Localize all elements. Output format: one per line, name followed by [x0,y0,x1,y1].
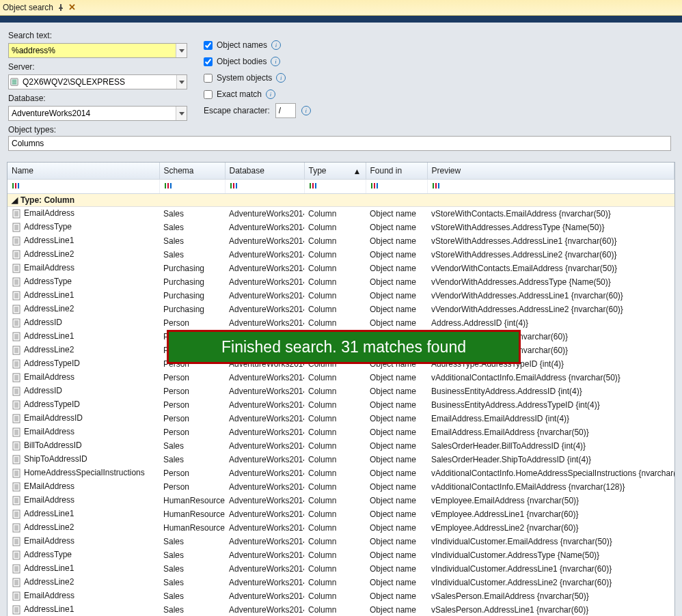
search-text-input[interactable] [8,43,187,58]
table-row[interactable]: AddressLine2HumanResourcesAdventureWorks… [8,521,674,535]
table-row[interactable]: AddressLine1SalesAdventureWorks2014Colum… [8,562,674,576]
svg-rect-122 [13,483,20,491]
table-row[interactable]: AddressTypeIDPersonAdventureWorks2014Col… [8,398,674,412]
table-row[interactable]: HomeAddressSpecialInstructionsPersonAdve… [8,466,674,480]
filter-icon[interactable] [309,182,317,190]
table-row[interactable]: EmailAddressHumanResourcesAdventureWorks… [8,494,674,507]
table-row[interactable]: AddressLine1SalesAdventureWorks2014Colum… [8,234,674,248]
svg-rect-27 [13,223,20,232]
group-row[interactable]: ◢Type: Column [8,194,674,207]
dropdown-icon[interactable] [176,75,187,89]
table-row[interactable]: AddressIDPersonAdventureWorks2014ColumnO… [8,316,674,330]
svg-rect-62 [13,319,20,327]
table-row[interactable]: EmailAddressPersonAdventureWorks2014Colu… [8,371,674,384]
system-objects-label: System objects [217,73,272,83]
svg-rect-47 [13,278,20,286]
info-icon[interactable]: i [276,73,286,83]
col-type[interactable]: Type▲ [304,163,366,180]
col-name[interactable]: Name [8,163,159,180]
table-row[interactable]: AddressTypePurchasingAdventureWorks2014C… [8,275,674,289]
svg-rect-15 [315,183,316,188]
table-row[interactable]: AddressLine1HumanResourcesAdventureWorks… [8,507,674,521]
svg-rect-142 [13,537,20,546]
table-row[interactable]: EmailAddressSalesAdventureWorks2014Colum… [8,589,674,603]
svg-rect-20 [435,183,437,188]
svg-rect-32 [13,237,20,245]
dropdown-icon[interactable] [176,107,187,120]
info-icon[interactable]: i [266,89,275,99]
column-icon [12,481,24,491]
object-types-input[interactable] [8,136,671,151]
table-row[interactable]: AddressLine2SalesAdventureWorks2014Colum… [8,576,674,589]
column-icon [12,550,24,559]
object-names-checkbox[interactable] [204,41,213,50]
table-row[interactable]: AddressLine2SalesAdventureWorks2014Colum… [8,248,674,262]
escape-char-input[interactable] [275,103,296,118]
table-row[interactable]: EmailAddressPersonAdventureWorks2014Colu… [8,425,674,439]
object-bodies-checkbox[interactable] [204,57,213,66]
tab-bar: Object search ✕ [0,0,682,16]
pin-icon[interactable] [57,4,64,11]
svg-rect-102 [13,428,20,436]
column-icon [12,577,24,587]
col-database[interactable]: Database [225,163,304,180]
svg-rect-7 [165,183,166,188]
exact-match-checkbox[interactable] [204,90,213,99]
filter-icon[interactable] [432,182,440,190]
svg-rect-9 [170,183,172,188]
results-grid: Name Schema Database Type▲ Found in Prev… [7,162,675,616]
svg-rect-67 [13,333,20,341]
system-objects-checkbox[interactable] [204,74,213,83]
table-row[interactable]: AddressIDPersonAdventureWorks2014ColumnO… [8,384,674,398]
filter-icon[interactable] [164,182,172,190]
object-bodies-option[interactable]: Object bodies i [204,55,311,68]
server-field[interactable] [20,77,176,87]
system-objects-option[interactable]: System objects i [204,72,311,84]
table-row[interactable]: AddressLine1PurchasingAdventureWorks2014… [8,289,674,303]
filter-icon[interactable] [12,182,20,190]
svg-rect-97 [13,415,20,423]
database-field[interactable] [9,109,176,118]
table-row[interactable]: ShipToAddressIDSalesAdventureWorks2014Co… [8,453,674,466]
table-row[interactable]: EmailAddressPurchasingAdventureWorks2014… [8,262,674,275]
table-row[interactable]: AddressTypeSalesAdventureWorks2014Column… [8,221,674,234]
table-row[interactable]: EmailAddressSalesAdventureWorks2014Colum… [8,207,674,221]
object-names-option[interactable]: Object names i [204,39,311,51]
svg-rect-127 [13,496,20,505]
object-bodies-label: Object bodies [217,57,267,66]
svg-rect-157 [13,578,20,587]
table-row[interactable]: AddressTypeSalesAdventureWorks2014Column… [8,548,674,562]
svg-rect-14 [312,183,314,188]
exact-match-option[interactable]: Exact match i [204,88,311,100]
svg-rect-87 [13,387,20,395]
table-row[interactable]: EmailAddressSalesAdventureWorks2014Colum… [8,535,674,548]
col-preview[interactable]: Preview [427,163,674,180]
close-icon[interactable]: ✕ [68,4,76,11]
database-input[interactable] [8,106,187,121]
escape-char-field[interactable] [276,106,295,115]
info-icon[interactable]: i [271,40,281,50]
search-text-field[interactable] [9,46,176,55]
filter-icon[interactable] [370,182,379,190]
table-row[interactable]: BillToAddressIDSalesAdventureWorks2014Co… [8,439,674,453]
column-icon [12,468,24,477]
info-icon[interactable]: i [271,57,280,66]
table-row[interactable]: AddressLine1SalesAdventureWorks2014Colum… [8,603,674,617]
filter-row[interactable] [8,180,674,194]
svg-rect-167 [13,606,20,614]
filter-icon[interactable] [230,182,238,190]
column-icon [12,290,24,300]
object-types-field[interactable] [9,139,670,148]
server-input[interactable] [8,74,187,89]
table-row[interactable]: EmailAddressIDPersonAdventureWorks2014Co… [8,412,674,425]
svg-rect-132 [13,510,20,518]
table-row[interactable]: EMailAddressPersonAdventureWorks2014Colu… [8,480,674,494]
info-icon[interactable]: i [301,106,311,115]
column-icon [12,604,24,614]
collapse-icon[interactable]: ◢ [12,195,18,205]
column-icon [12,345,24,354]
table-row[interactable]: AddressLine2PurchasingAdventureWorks2014… [8,303,674,316]
col-found-in[interactable]: Found in [366,163,427,180]
dropdown-icon[interactable] [176,44,187,57]
col-schema[interactable]: Schema [159,163,225,180]
